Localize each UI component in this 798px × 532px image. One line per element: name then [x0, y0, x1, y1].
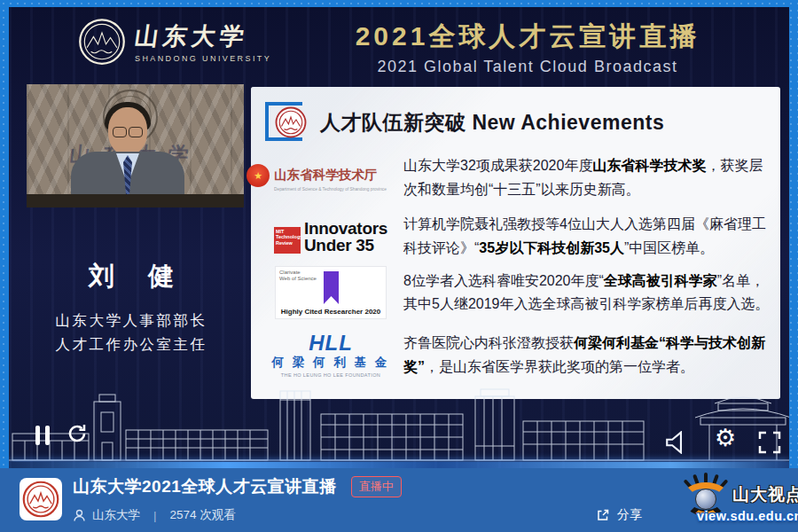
share-label: 分享 — [617, 507, 642, 523]
glow-line — [9, 462, 789, 468]
stream-title: 山东大学2021全球人才云宣讲直播 — [73, 475, 337, 498]
speaker-title-2: 人才工作办公室主任 — [18, 332, 245, 356]
share-button[interactable]: 分享 — [596, 507, 642, 523]
mit-tr-badge-icon: MIT Technology Review — [274, 227, 301, 254]
channel-name[interactable]: 山东大学 — [92, 507, 140, 523]
volume-icon — [662, 431, 689, 454]
settings-button[interactable]: ⚙ — [715, 425, 736, 451]
meta-divider: | — [153, 509, 157, 522]
live-badge: 直播中 — [351, 476, 402, 497]
speaker-caption: 刘 健 山东大学人事部部长 人才工作办公室主任 — [18, 259, 245, 356]
watermark-name: 山大视点 — [732, 483, 798, 506]
mit-innovators-logo: MIT Technology Review Innovators Under 3… — [263, 220, 398, 254]
fullscreen-button[interactable] — [758, 431, 781, 458]
broadcast-title-cn: 2021全球人才云宣讲直播 — [319, 19, 736, 55]
speaker-video: 山东大学 — [27, 84, 244, 207]
watermark-url: view.sdu.edu.cn — [697, 509, 798, 523]
speaker-glasses — [113, 127, 143, 137]
replay-icon — [66, 422, 89, 445]
panel-heading-icon — [265, 102, 313, 143]
hll-mark-icon: HLL — [272, 332, 390, 354]
view-count: 2574 次观看 — [170, 507, 236, 523]
broadcast-title-en: 2021 Global Talent Cloud Broadcast — [319, 58, 736, 76]
volume-button[interactable] — [662, 431, 689, 458]
channel-avatar — [20, 478, 62, 520]
achievement-text: 8位学者入选科睿唯安2020年度“全球高被引科学家”名单，其中5人继2019年入… — [398, 270, 771, 317]
ribbon-bookmark-icon — [324, 271, 339, 304]
achievement-text: 计算机学院聂礼强教授等4位山大人入选第四届《麻省理工科技评论》“35岁以下科技创… — [398, 213, 771, 260]
achievement-item: ★ 山东省科学技术厅 Department of Science & Techn… — [263, 154, 771, 201]
site-watermark: 山大视点 view.sdu.edu.cn — [674, 468, 798, 532]
user-icon — [73, 509, 86, 522]
stream-meta: 山东大学 | 2574 次观看 — [73, 507, 402, 523]
replay-button[interactable] — [66, 422, 89, 449]
broadcast-title: 2021全球人才云宣讲直播 2021 Global Talent Cloud B… — [319, 19, 736, 76]
achievement-item: Clarivate Web of Science Highly Cited Re… — [263, 266, 771, 319]
info-bar: 山东大学2021全球人才云宣讲直播 直播中 山东大学 | 2574 次观看 — [0, 468, 798, 532]
video-player[interactable]: 山东大学 SHANDONG UNIVERSITY 2021全球人才云宣讲直播 2… — [9, 7, 789, 468]
university-seal-red-icon — [22, 481, 59, 518]
ho-leung-ho-lee-logo: HLL 何 梁 何 利 基 金 THE HO LEUNG HO LEE FOUN… — [263, 332, 398, 378]
university-seal-icon — [78, 18, 126, 66]
highly-cited-researcher-logo: Clarivate Web of Science Highly Cited Re… — [263, 266, 398, 319]
speaker-title-1: 山东大学人事部部长 — [18, 309, 245, 332]
desk — [27, 194, 244, 207]
page: 山东大学 SHANDONG UNIVERSITY 2021全球人才云宣讲直播 2… — [0, 0, 798, 532]
pause-button[interactable] — [35, 426, 55, 445]
national-emblem-icon: ★ — [246, 164, 270, 187]
achievements-panel: 人才队伍新突破 New Achievements ★ 山东省科学技术厅 Depa… — [251, 87, 780, 399]
fullscreen-icon — [758, 431, 781, 454]
speaker-name: 刘 健 — [18, 259, 245, 294]
achievement-item: HLL 何 梁 何 利 基 金 THE HO LEUNG HO LEE FOUN… — [263, 332, 771, 379]
university-logo: 山东大学 SHANDONG UNIVERSITY — [78, 18, 271, 66]
university-name-en: SHANDONG UNIVERSITY — [135, 54, 271, 63]
achievement-item: MIT Technology Review Innovators Under 3… — [263, 213, 771, 260]
university-seal-red-icon — [275, 106, 307, 138]
panel-heading: 人才队伍新突破 New Achievements — [265, 101, 664, 144]
achievement-text: 山东大学32项成果获2020年度山东省科学技术奖，获奖层次和数量均创“十三五”以… — [398, 154, 771, 201]
share-icon — [596, 508, 610, 522]
achievement-text: 齐鲁医院心内科张澄教授获何梁何利基金“科学与技术创新奖”，是山东省医学界获此奖项… — [398, 332, 771, 379]
university-name-cn: 山东大学 — [132, 20, 273, 52]
panel-heading-text: 人才队伍新突破 New Achievements — [320, 109, 664, 137]
sdst-logo: ★ 山东省科学技术厅 Department of Science & Techn… — [263, 164, 398, 192]
